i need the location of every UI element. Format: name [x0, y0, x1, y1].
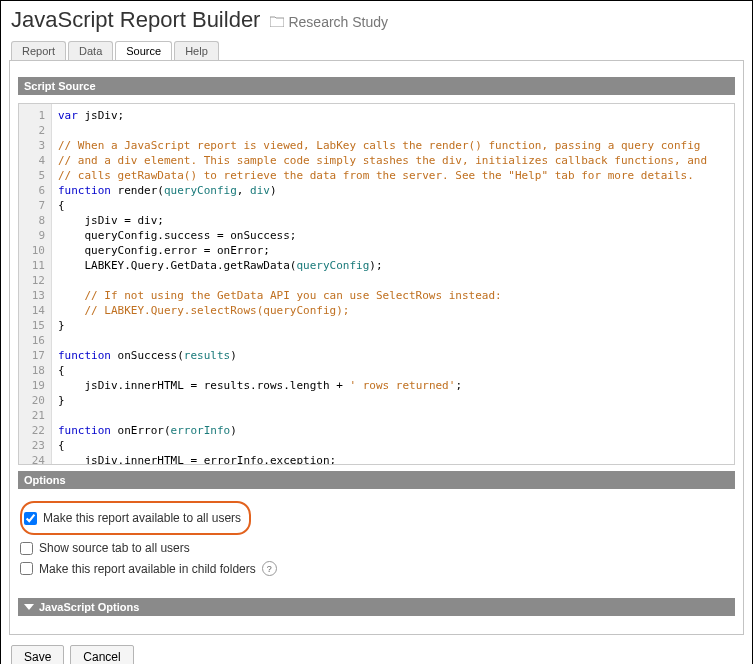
option-label: Show source tab to all users: [39, 541, 190, 555]
option-available-all-users[interactable]: Make this report available to all users: [24, 511, 241, 525]
page-title: JavaScript Report Builder: [11, 7, 260, 33]
js-options-label: JavaScript Options: [39, 601, 139, 613]
checkbox-available-child-folders[interactable]: [20, 562, 33, 575]
breadcrumb[interactable]: Research Study: [270, 14, 388, 30]
option-label: Make this report available in child fold…: [39, 562, 256, 576]
tab-help[interactable]: Help: [174, 41, 219, 60]
cancel-button[interactable]: Cancel: [70, 645, 133, 664]
options-header: Options: [18, 471, 735, 489]
script-source-header: Script Source: [18, 77, 735, 95]
tab-report[interactable]: Report: [11, 41, 66, 60]
tab-data[interactable]: Data: [68, 41, 113, 60]
help-icon[interactable]: ?: [262, 561, 277, 576]
option-label: Make this report available to all users: [43, 511, 241, 525]
line-gutter: 1234567891011121314151617181920212223242…: [19, 104, 52, 464]
checkbox-available-all-users[interactable]: [24, 512, 37, 525]
code-editor[interactable]: 1234567891011121314151617181920212223242…: [18, 103, 735, 465]
js-options-header[interactable]: JavaScript Options: [18, 598, 735, 616]
tab-source[interactable]: Source: [115, 41, 172, 60]
option-available-child-folders[interactable]: Make this report available in child fold…: [20, 561, 733, 576]
option-show-source-tab[interactable]: Show source tab to all users: [20, 541, 733, 555]
folder-icon: [270, 14, 284, 30]
checkbox-show-source-tab[interactable]: [20, 542, 33, 555]
tab-bar: Report Data Source Help: [11, 41, 744, 60]
folder-name: Research Study: [288, 14, 388, 30]
save-button[interactable]: Save: [11, 645, 64, 664]
chevron-down-icon: [24, 604, 34, 610]
code-area[interactable]: var jsDiv; // When a JavaScript report i…: [52, 104, 734, 464]
